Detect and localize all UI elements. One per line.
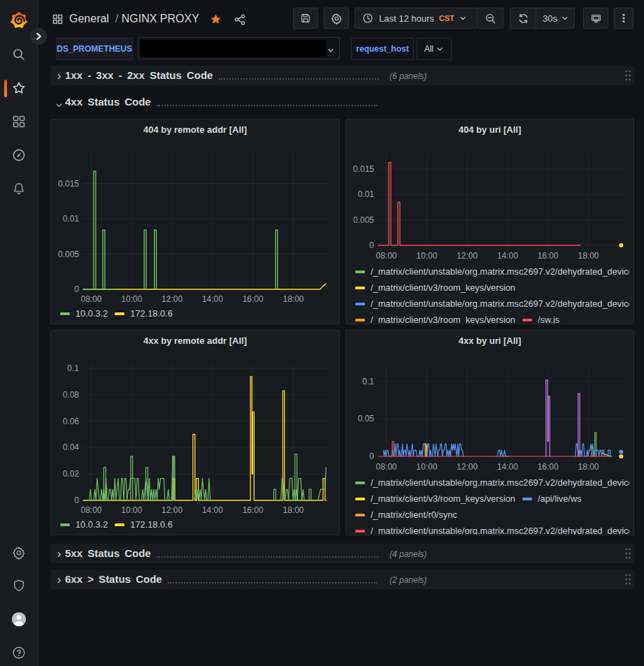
svg-text:10:00: 10:00 xyxy=(121,294,142,304)
svg-text:14:00: 14:00 xyxy=(497,462,518,472)
svg-text:08:00: 08:00 xyxy=(80,505,101,515)
svg-text:0.005: 0.005 xyxy=(58,249,79,259)
svg-text:10:00: 10:00 xyxy=(416,462,437,472)
svg-text:16:00: 16:00 xyxy=(243,505,264,515)
svg-text:12:00: 12:00 xyxy=(162,505,183,515)
svg-text:0.02: 0.02 xyxy=(63,469,80,479)
svg-text:0.08: 0.08 xyxy=(63,390,80,400)
svg-text:08:00: 08:00 xyxy=(80,294,101,304)
svg-text:16:00: 16:00 xyxy=(243,294,264,304)
svg-text:0.005: 0.005 xyxy=(353,215,374,225)
svg-text:0.015: 0.015 xyxy=(353,164,374,174)
svg-text:18:00: 18:00 xyxy=(282,505,303,515)
svg-text:18:00: 18:00 xyxy=(282,294,303,304)
svg-text:14:00: 14:00 xyxy=(202,294,223,304)
svg-text:0.01: 0.01 xyxy=(358,189,375,199)
svg-text:0: 0 xyxy=(369,240,374,250)
svg-text:0.06: 0.06 xyxy=(63,417,80,426)
svg-text:12:00: 12:00 xyxy=(457,462,478,472)
svg-text:10:00: 10:00 xyxy=(416,251,437,261)
svg-text:08:00: 08:00 xyxy=(375,251,396,261)
svg-text:16:00: 16:00 xyxy=(538,462,559,472)
svg-text:12:00: 12:00 xyxy=(457,251,478,261)
svg-text:0: 0 xyxy=(369,451,374,461)
svg-text:0.05: 0.05 xyxy=(358,414,375,424)
svg-text:0.04: 0.04 xyxy=(63,442,80,452)
svg-text:0.1: 0.1 xyxy=(362,377,374,386)
svg-text:18:00: 18:00 xyxy=(578,462,599,472)
svg-text:18:00: 18:00 xyxy=(578,251,599,261)
svg-text:12:00: 12:00 xyxy=(162,294,183,304)
svg-text:0.01: 0.01 xyxy=(63,214,80,224)
svg-text:16:00: 16:00 xyxy=(538,251,559,261)
svg-text:14:00: 14:00 xyxy=(202,505,223,515)
svg-text:10:00: 10:00 xyxy=(121,505,142,515)
svg-text:08:00: 08:00 xyxy=(375,462,396,472)
svg-text:0: 0 xyxy=(74,284,79,294)
svg-text:0.1: 0.1 xyxy=(67,363,79,373)
svg-text:0: 0 xyxy=(74,495,79,505)
svg-text:0.015: 0.015 xyxy=(58,179,79,189)
svg-text:14:00: 14:00 xyxy=(497,251,518,261)
